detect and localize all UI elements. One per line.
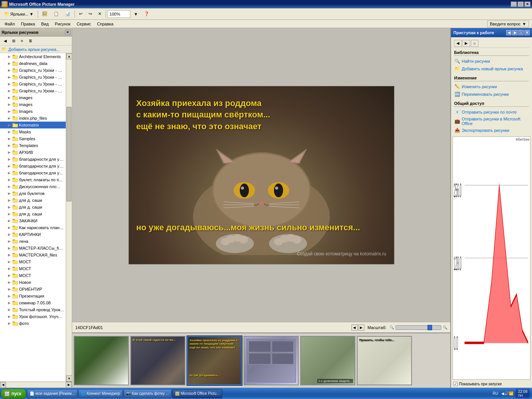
toolbar-btn-1[interactable]: 🖼️ xyxy=(40,10,50,19)
tree-item[interactable]: ▶ОРИЕНТИР xyxy=(0,286,66,293)
tree-item[interactable]: ▶для д. саши xyxy=(0,204,66,211)
tree-item[interactable]: ▶Урок фотошоп. Улучши... xyxy=(0,313,66,320)
maximize-button[interactable]: □ xyxy=(518,2,524,7)
tree-item[interactable]: ▶благодарности для уч... xyxy=(0,163,66,169)
tree-item[interactable]: ▶АРХИВ xyxy=(0,149,66,156)
tree-item[interactable]: ▶index.php_files xyxy=(0,115,66,122)
panel-forward-button[interactable]: ▶ xyxy=(512,30,518,35)
tree-item[interactable]: ▶Толстый провод Урок... xyxy=(0,306,66,313)
menu-file[interactable]: Файл xyxy=(2,20,18,28)
right-back-btn[interactable]: ◀ xyxy=(454,40,462,47)
menu-image[interactable]: Рисунок xyxy=(52,20,74,28)
taskbar-item-2[interactable]: 🌐 Коннект Менеджер xyxy=(78,389,123,398)
send-email-link[interactable]: 📧 Отправить рисунки по почте xyxy=(454,108,529,116)
tree-item[interactable]: ▶буклет, плакаты по пр... xyxy=(0,176,66,183)
tree-item[interactable]: ▶МАСТЕРСКАЯ_files xyxy=(0,252,66,258)
add-shortcut-button[interactable]: 📁 Добавить ярлык рисунка... xyxy=(0,46,72,53)
close-button[interactable]: ✕ xyxy=(524,2,530,7)
tree-container[interactable]: ▶Architectural Elements▶deafnews_data▶Gr… xyxy=(0,53,66,382)
thumbnail-4[interactable] xyxy=(244,336,299,385)
tree-item[interactable]: ▶лена xyxy=(0,238,66,245)
edit-images-link[interactable]: ✏️ Изменить рисунки xyxy=(454,83,529,90)
tree-item[interactable]: ▶Как нарисовать плане... xyxy=(0,224,66,231)
tree-item[interactable]: ▶Graphics_ru Уроки - Ph... xyxy=(0,81,66,87)
tree-item[interactable]: ▶для д. саши xyxy=(0,197,66,204)
taskbar-item-1[interactable]: 📄 мои задания [Режим... xyxy=(27,389,78,398)
tree-item[interactable]: ▶МАСТЕР-КЛАССы_files xyxy=(0,245,66,252)
tree-item[interactable]: ▶Images xyxy=(0,108,66,115)
tree-item[interactable]: ▶Дискуссионная площад... xyxy=(0,183,66,190)
help-search[interactable]: Введите вопрос ▼ xyxy=(487,21,529,27)
tree-item[interactable]: ▶ЗАКАЧКИ xyxy=(0,217,66,224)
tree-item[interactable]: ▶для д. саши xyxy=(0,211,66,217)
tree-item[interactable]: ▶Graphics_ru Уроки - Ph... xyxy=(0,87,66,94)
toolbar-btn-x[interactable]: ✕ xyxy=(95,10,104,19)
start-button[interactable]: 🪟 пуск xyxy=(1,389,26,399)
tree-item[interactable]: ▶Graphics_ru Уроки - Ph... xyxy=(0,74,66,81)
menu-help[interactable]: Справка xyxy=(94,20,116,28)
tree-item[interactable]: ▶благодарности для уч... xyxy=(0,169,66,176)
tree-item[interactable]: ▶images xyxy=(0,94,66,101)
tree-item[interactable]: ▶МОСТ xyxy=(0,265,66,272)
scroll-up[interactable]: ▲ xyxy=(66,53,72,59)
thumbnail-3[interactable]: Хозяйка приехала из роддома с каким-то п… xyxy=(187,336,242,385)
show-checkbox[interactable]: ✓ xyxy=(453,382,458,386)
scale-thumb[interactable] xyxy=(428,325,432,330)
shortcuts-button[interactable]: 📁 Ярлыки... ▼ xyxy=(2,10,36,19)
tree-item[interactable]: ▶Samples xyxy=(0,135,66,142)
right-forward-btn[interactable]: ▶ xyxy=(462,40,470,47)
toolbar-btn-3[interactable]: 📊 xyxy=(62,10,73,19)
scale-slider[interactable] xyxy=(396,325,441,330)
find-images-link[interactable]: 🔍 Найти рисунки xyxy=(454,57,529,65)
thumbnail-6[interactable]: Пришить, чтобы тебе... xyxy=(357,336,412,385)
tree-item[interactable]: ▶Architectural Elements xyxy=(0,53,66,60)
tree-item[interactable]: ▶семинар 7.05.08 xyxy=(0,299,66,306)
menu-edit[interactable]: Правка xyxy=(18,20,38,28)
prev-image-button[interactable]: ◀ xyxy=(352,325,358,331)
panel-home-button[interactable]: ⌂ xyxy=(518,30,524,35)
panel-nav-details[interactable]: ≣ xyxy=(27,38,34,44)
zoom-dropdown[interactable]: ▼ xyxy=(131,10,141,19)
minimize-button[interactable]: _ xyxy=(511,2,517,7)
panel-nav-back[interactable]: ◀ xyxy=(2,38,9,44)
tree-item[interactable]: ▶фото xyxy=(0,320,66,327)
add-shortcut-link[interactable]: 📁 Добавить новый ярлык рисунка xyxy=(454,65,529,73)
tree-item[interactable]: ▶deafnews_data xyxy=(0,60,66,67)
thumbnail-2[interactable]: В этой такой гадости не ви... xyxy=(130,336,185,385)
right-panel-close[interactable]: ✕ xyxy=(524,30,530,35)
tree-scrollbar[interactable]: ▲ ▼ xyxy=(66,53,72,382)
rename-images-link[interactable]: 🔤 Переименовать рисунки xyxy=(454,90,529,98)
tree-item[interactable]: ▶Graphics_ru Уроки - Ph... xyxy=(0,67,66,74)
menu-view[interactable]: Вид xyxy=(38,20,52,28)
taskbar-item-3[interactable]: 📷 Как сделать фотку ... xyxy=(124,389,171,398)
tree-item[interactable]: ▶Kotomatrix xyxy=(0,122,66,128)
tree-item[interactable]: ▶МОСТ xyxy=(0,272,66,279)
taskbar-item-4[interactable]: 🖼️ Microsoft Office Pictu... xyxy=(172,389,222,398)
tree-item[interactable]: ▶Templates xyxy=(0,142,66,149)
help-button[interactable]: ❓ xyxy=(141,10,152,19)
send-office-link[interactable]: 💼 Отправить рисунки в Microsoft Office xyxy=(454,116,529,127)
thumbnail-1[interactable] xyxy=(74,336,129,385)
panel-nav-list[interactable]: ≡ xyxy=(18,38,26,44)
tree-item[interactable]: ▶КАРТИНКИ xyxy=(0,231,66,238)
tree-item[interactable]: ▶МОСТ xyxy=(0,258,66,265)
panel-nav-grid[interactable]: ⊞ xyxy=(10,38,17,44)
scroll-right[interactable]: ▶ xyxy=(66,382,72,388)
scroll-down[interactable]: ▼ xyxy=(66,375,72,382)
export-link[interactable]: 📤 Экспортировать рисунки xyxy=(454,127,529,134)
tree-item[interactable]: ▶images xyxy=(0,101,66,108)
tree-item[interactable]: ▶для буклетов xyxy=(0,190,66,197)
panel-back-button[interactable]: ◀ xyxy=(506,30,511,35)
scroll-left[interactable]: ◀ xyxy=(0,382,6,388)
tree-item[interactable]: ▶Новое xyxy=(0,279,66,286)
undo-button[interactable]: ↩ xyxy=(76,10,85,19)
menu-service[interactable]: Сервис xyxy=(74,20,94,28)
thumbnail-5[interactable]: 2-х уровневая защита... xyxy=(300,336,355,385)
panel-close-button[interactable]: ✕ xyxy=(65,30,70,35)
tree-item[interactable]: ▶Презентация xyxy=(0,293,66,299)
redo-button[interactable]: ↪ xyxy=(86,10,95,19)
zoom-input[interactable]: 100% xyxy=(108,10,130,18)
right-home-btn[interactable]: ⌂ xyxy=(471,40,478,47)
tree-item[interactable]: ▶благодарности для уч... xyxy=(0,156,66,163)
next-image-button[interactable]: ▶ xyxy=(358,325,364,331)
